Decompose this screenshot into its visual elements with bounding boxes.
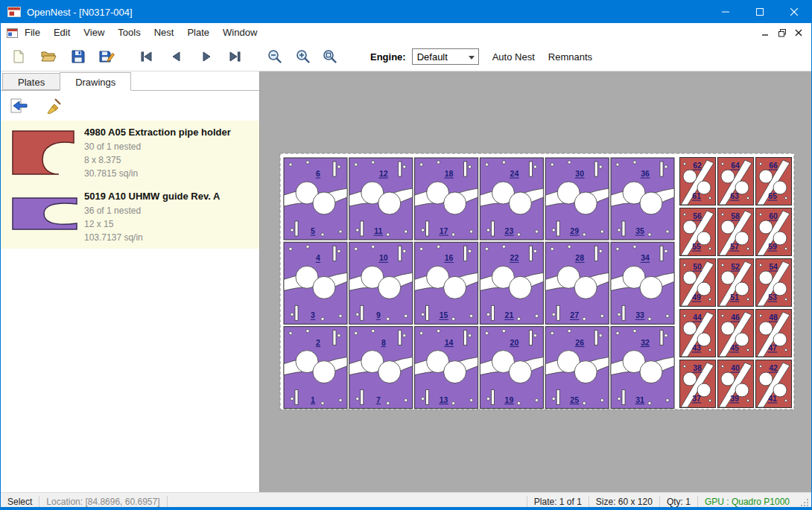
menu-item-nest[interactable]: Nest [148, 23, 181, 42]
nav-first-button[interactable] [136, 46, 157, 67]
part-number: 12 [379, 169, 388, 178]
red-part-pair[interactable]: 5655 [680, 208, 716, 256]
red-part-pair[interactable]: 6261 [680, 158, 716, 205]
red-part-pair[interactable]: 5251 [718, 259, 754, 307]
remnants-button[interactable]: Remnants [548, 51, 592, 63]
window-title: OpenNest - [N0317-004] [27, 7, 133, 18]
nest-canvas[interactable]: 6512111817242330293635431091615222128273… [260, 71, 812, 492]
chevron-down-icon [469, 56, 475, 60]
part-number: 38 [693, 363, 702, 372]
purple-part-pair[interactable]: 1817 [415, 158, 478, 240]
part-number: 62 [693, 161, 702, 170]
part-number: 54 [769, 262, 778, 271]
zoom-in-icon [295, 48, 311, 65]
red-part-pair[interactable]: 4645 [718, 310, 754, 357]
list-item[interactable]: 5019 A10 UHMW guide Rev. A 36 of 1 neste… [1, 185, 259, 249]
part-number: 27 [570, 310, 579, 319]
nest-svg[interactable]: 6512111817242330293635431091615222128273… [260, 71, 812, 492]
purple-part-pair[interactable]: 2625 [545, 327, 609, 409]
zoom-fit-button[interactable] [320, 46, 340, 67]
purple-part-pair[interactable]: 3635 [611, 158, 674, 240]
part-number: 33 [635, 310, 644, 319]
red-part-pair[interactable]: 6665 [756, 158, 792, 205]
part-number: 42 [769, 363, 778, 372]
nav-last-button[interactable] [224, 46, 245, 67]
purple-part-pair[interactable]: 2019 [480, 327, 543, 409]
red-part-pair[interactable]: 5857 [718, 208, 754, 256]
maximize-button[interactable] [743, 1, 777, 23]
part-number: 20 [510, 338, 519, 347]
red-part-pair[interactable]: 4847 [756, 310, 792, 357]
close-button[interactable] [777, 1, 811, 23]
mdi-restore-button[interactable] [774, 25, 790, 40]
panel-tabs: Plates Drawings [1, 71, 259, 91]
purple-part-pair[interactable]: 3433 [611, 242, 674, 324]
drawings-list: 4980 A05 Extraction pipe holder 30 of 1 … [1, 121, 259, 249]
purple-part-pair[interactable]: 87 [349, 327, 413, 409]
document-icon[interactable] [7, 28, 18, 38]
resize-grip[interactable] [799, 497, 809, 507]
nav-next-button[interactable] [196, 46, 217, 67]
part-number: 49 [692, 293, 701, 302]
purple-part-pair[interactable]: 2423 [480, 158, 543, 240]
new-button[interactable] [8, 46, 29, 67]
purple-part-pair[interactable]: 65 [284, 158, 347, 240]
auto-nest-button[interactable]: Auto Nest [492, 51, 535, 63]
nav-prev-button[interactable] [166, 46, 187, 67]
mdi-close-button[interactable] [790, 25, 807, 40]
purple-part-pair[interactable]: 2221 [480, 242, 543, 324]
red-part-pair[interactable]: 4039 [718, 360, 754, 408]
zoom-out-button[interactable] [264, 46, 285, 67]
red-part-pair[interactable]: 6059 [756, 208, 792, 256]
menu-item-file[interactable]: File [18, 23, 47, 42]
zoom-in-button[interactable] [293, 46, 314, 67]
return-part-button[interactable] [8, 95, 31, 116]
engine-value: Default [417, 51, 448, 63]
part-number: 7 [376, 395, 381, 404]
save-button[interactable] [68, 46, 89, 67]
save-as-button[interactable] [96, 46, 117, 67]
minimize-button[interactable] [708, 1, 743, 23]
purple-part-pair[interactable]: 1615 [415, 242, 478, 324]
purple-part-pair[interactable]: 109 [349, 242, 413, 324]
purple-part-pair[interactable]: 1211 [349, 158, 413, 240]
purple-part-pair[interactable]: 21 [284, 327, 347, 409]
clean-button[interactable] [42, 95, 65, 116]
part-number: 66 [769, 161, 778, 170]
menu-item-window[interactable]: Window [216, 23, 264, 42]
part-number: 10 [379, 253, 388, 262]
part-area: 103.7137 sq/in [84, 231, 220, 244]
purple-part-pair[interactable]: 43 [284, 242, 347, 324]
purple-part-pair[interactable]: 2827 [545, 242, 609, 324]
part-name: 4980 A05 Extraction pipe holder [84, 127, 231, 138]
mdi-minimize-button[interactable] [758, 25, 774, 40]
red-part-pair[interactable]: 6463 [718, 158, 754, 205]
purple-part-pair[interactable]: 1413 [415, 327, 478, 409]
red-part-pair[interactable]: 5453 [756, 259, 792, 307]
part-number: 14 [445, 338, 454, 347]
part-number: 60 [769, 211, 778, 220]
menu-item-view[interactable]: View [77, 23, 111, 42]
tab-plates[interactable]: Plates [2, 73, 60, 90]
menu-bar: File Edit View Tools Nest Plate Window [1, 23, 811, 42]
list-item[interactable]: 4980 A05 Extraction pipe holder 30 of 1 … [1, 121, 259, 185]
part-number: 25 [570, 395, 579, 404]
tab-drawings[interactable]: Drawings [60, 72, 131, 91]
mdi-restore-icon [778, 28, 787, 37]
part-number: 41 [768, 394, 777, 403]
red-part-pair[interactable]: 4443 [680, 310, 716, 357]
purple-part-pair[interactable]: 3029 [545, 158, 609, 240]
engine-select[interactable]: Default [412, 48, 479, 65]
part-number: 36 [641, 169, 650, 178]
red-part-pair[interactable]: 3837 [680, 360, 716, 408]
zoom-out-icon [267, 48, 283, 65]
part-number: 57 [730, 242, 739, 251]
purple-part-pair[interactable]: 3231 [611, 327, 674, 409]
part-number: 3 [311, 310, 315, 319]
menu-item-plate[interactable]: Plate [180, 23, 216, 42]
red-part-pair[interactable]: 5049 [680, 259, 716, 307]
open-button[interactable] [38, 46, 59, 67]
menu-item-edit[interactable]: Edit [47, 23, 77, 42]
menu-item-tools[interactable]: Tools [111, 23, 147, 42]
red-part-pair[interactable]: 4241 [756, 360, 792, 408]
